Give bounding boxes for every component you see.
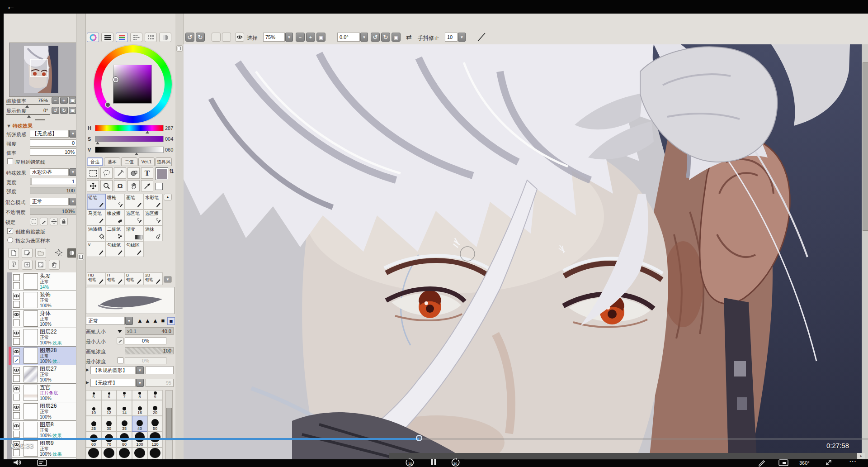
brush-size-cell[interactable]: 6: [101, 390, 117, 400]
zoom-in-button[interactable]: +: [306, 33, 315, 42]
brush-size-cell[interactable]: 35: [117, 416, 132, 432]
layer-row[interactable]: 图层8 正常 100% 效果: [12, 421, 78, 439]
collapse-panel-button[interactable]: [176, 45, 183, 52]
panel-divider[interactable]: [175, 14, 184, 459]
video-progress-fill[interactable]: [0, 438, 419, 440]
layer-visibility-toggle[interactable]: [13, 311, 20, 318]
pencil-variant-cell[interactable]: 2B铅笔: [144, 272, 163, 285]
min-size-pen-button[interactable]: [117, 337, 124, 344]
paper-strength-field[interactable]: 0: [30, 139, 77, 147]
brush-size-cell[interactable]: 200: [101, 448, 117, 459]
eyedropper-tool[interactable]: [141, 180, 153, 191]
density-slider[interactable]: 100: [125, 347, 174, 354]
brush-size-cell[interactable]: 8: [132, 390, 147, 400]
layer-clip-toggle[interactable]: [13, 357, 20, 363]
brush-cell[interactable]: 二值笔: [106, 225, 125, 241]
tool-tab[interactable]: 音达: [87, 157, 103, 166]
paper-texture-select[interactable]: 【无质感】▼: [30, 130, 77, 138]
delete-layer-button[interactable]: [49, 260, 60, 270]
rewind-10-button[interactable]: 10: [405, 458, 415, 467]
chevron-down-icon[interactable]: ▼: [136, 366, 144, 374]
layer-visibility-toggle[interactable]: [13, 367, 20, 374]
pencil-variant-cell[interactable]: B铅笔: [125, 272, 144, 285]
chevron-down-icon[interactable]: ▼: [458, 33, 466, 42]
mask-button[interactable]: [67, 248, 77, 258]
lock-transparency-button[interactable]: [30, 218, 38, 225]
brush-size-cell[interactable]: 150: [86, 448, 101, 459]
layer-clip-toggle[interactable]: [13, 338, 20, 345]
brush-shape-select[interactable]: 【常规的圆形】▼: [90, 366, 144, 374]
transfer-down-button[interactable]: [8, 260, 19, 270]
merge-down-button[interactable]: [22, 260, 33, 270]
layer-clip-toggle[interactable]: [13, 449, 20, 456]
brush-texture-select[interactable]: 【无纹理】▼: [90, 379, 144, 387]
stabilizer-select[interactable]: 10▼: [445, 33, 466, 42]
new-folder-button[interactable]: [35, 248, 46, 258]
mixer-tab-button[interactable]: [159, 33, 171, 42]
min-size-field[interactable]: 0%: [125, 337, 166, 344]
palette-tab-button[interactable]: [145, 33, 157, 42]
pencil-variant-cell[interactable]: H铅笔: [106, 272, 125, 285]
brush-cell[interactable]: 喷枪: [106, 194, 125, 210]
layer-thumbnail[interactable]: [24, 422, 38, 438]
effects-header[interactable]: ▼ 特殊效果: [6, 123, 33, 129]
sv-square[interactable]: [113, 65, 152, 104]
exit-fullscreen-button[interactable]: [825, 458, 833, 467]
size-grid-scroll-thumb[interactable]: [166, 408, 172, 440]
layer-clip-toggle[interactable]: [13, 301, 20, 308]
brush-size-field[interactable]: x0.140.0: [125, 327, 174, 335]
sat-slider[interactable]: [95, 136, 164, 142]
texture-strength-field[interactable]: 95: [146, 379, 174, 387]
layer-thumbnail[interactable]: [24, 403, 38, 419]
tip-shape-medium[interactable]: ▲: [144, 317, 151, 324]
brush-size-cell[interactable]: 250: [117, 448, 132, 459]
volume-button[interactable]: [13, 458, 22, 467]
layer-thumbnail[interactable]: [24, 329, 38, 345]
layer-thumbnail[interactable]: [24, 348, 38, 364]
brush-cell[interactable]: 油漆桶: [87, 225, 106, 241]
opacity-slider[interactable]: 100%: [30, 208, 77, 215]
tool-tab[interactable]: Ver.1: [138, 157, 155, 166]
brush-size-cell[interactable]: 20: [147, 400, 163, 416]
lock-pixels-button[interactable]: [40, 218, 48, 225]
expand-triangle-icon[interactable]: ▶: [86, 380, 89, 385]
clear-layer-button[interactable]: [35, 260, 46, 270]
brush-size-cell[interactable]: 12: [101, 400, 117, 416]
clipping-mask-checkbox[interactable]: ✓: [7, 228, 13, 234]
nav-angle-reset-button[interactable]: ▣: [69, 107, 76, 114]
brush-size-cell[interactable]: 350: [147, 448, 163, 459]
new-layer-button[interactable]: [8, 248, 19, 258]
brush-blend-select[interactable]: 正常▼: [86, 317, 133, 325]
brush-cell[interactable]: 选区笔: [125, 210, 144, 225]
layer-thumbnail[interactable]: [24, 292, 38, 308]
effect-strength-field[interactable]: 100: [30, 187, 77, 194]
lock-position-button[interactable]: [50, 218, 58, 225]
brush-cell[interactable]: 画笔: [125, 194, 144, 210]
brush-cell[interactable]: 勾线区: [125, 241, 144, 257]
brush-size-cell[interactable]: 5: [86, 390, 101, 400]
wheel-hue-marker[interactable]: [105, 102, 111, 108]
rgb-sliders-tab-button[interactable]: [101, 33, 113, 42]
selection-move-tool[interactable]: [127, 167, 140, 179]
tip-shape-round[interactable]: ▲: [152, 317, 159, 324]
collapse-panel-button[interactable]: [77, 253, 84, 260]
more-button[interactable]: ⋯: [849, 457, 857, 466]
back-arrow-icon[interactable]: ←: [6, 1, 15, 12]
magic-wand-tool[interactable]: [114, 167, 126, 179]
pencil-variant-cell[interactable]: HB铅笔: [87, 272, 106, 285]
current-color-swatch[interactable]: [156, 167, 168, 180]
lasso-tool[interactable]: [100, 167, 113, 179]
val-marker[interactable]: [135, 152, 138, 155]
sat-marker[interactable]: [96, 142, 99, 144]
brush-size-cell[interactable]: 50: [147, 416, 163, 432]
special-effect-select[interactable]: 水彩边界▼: [30, 168, 77, 176]
tool-tab[interactable]: 道具风: [156, 157, 172, 166]
expand-triangle-icon[interactable]: ▶: [86, 367, 89, 372]
brush-size-cell[interactable]: 25: [86, 416, 101, 432]
layer-clip-toggle[interactable]: [13, 394, 20, 400]
brush-cell[interactable]: 铅笔: [87, 194, 106, 210]
layer-visibility-toggle[interactable]: [13, 274, 20, 281]
layer-row[interactable]: 头发 正常 14%: [12, 272, 78, 291]
compass-tool-icon[interactable]: [54, 248, 63, 257]
hue-marker[interactable]: [146, 131, 149, 133]
